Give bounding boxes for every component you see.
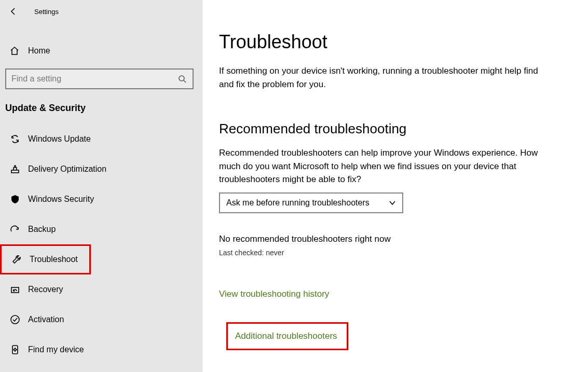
back-button[interactable]	[5, 3, 22, 20]
home-label: Home	[28, 46, 50, 56]
view-history-link[interactable]: View troubleshooting history	[219, 289, 329, 299]
home-nav[interactable]: Home	[0, 38, 202, 63]
troubleshoot-preference-dropdown[interactable]: Ask me before running troubleshooters	[219, 192, 403, 213]
status-text: No recommended troubleshooters right now	[219, 234, 567, 244]
svg-point-0	[179, 76, 184, 81]
sidebar-item-delivery-optimization[interactable]: Delivery Optimization	[0, 154, 202, 184]
sidebar-item-label: Recovery	[28, 285, 63, 294]
svg-rect-1	[11, 170, 19, 173]
arrow-left-icon	[9, 7, 18, 16]
sidebar-item-label: Backup	[28, 225, 56, 234]
svg-point-5	[14, 349, 16, 351]
sidebar-nav: Windows Update Delivery Optimization Win…	[0, 124, 202, 365]
sidebar-item-label: Windows Security	[28, 195, 94, 204]
sidebar-item-find-my-device[interactable]: Find my device	[0, 335, 202, 365]
additional-troubleshooters-link[interactable]: Additional troubleshooters	[235, 331, 337, 341]
sidebar-item-label: Windows Update	[28, 134, 91, 144]
search-icon	[178, 75, 187, 83]
sidebar-item-label: Find my device	[28, 345, 84, 354]
title-bar: Settings	[0, 2, 202, 21]
sync-icon	[9, 134, 21, 144]
app-title: Settings	[34, 8, 59, 16]
wrench-icon	[11, 254, 22, 265]
check-circle-icon	[9, 314, 21, 325]
svg-rect-2	[11, 287, 19, 293]
sidebar-item-label: Delivery Optimization	[28, 164, 106, 174]
recovery-icon	[9, 284, 21, 295]
sidebar-item-backup[interactable]: Backup	[0, 214, 202, 244]
search-box[interactable]	[5, 68, 194, 89]
svg-point-3	[11, 315, 19, 324]
backup-icon	[9, 224, 21, 235]
main-pane: Troubleshoot If something on your device…	[202, 0, 588, 372]
location-icon	[9, 345, 21, 355]
sidebar-item-label: Troubleshoot	[30, 255, 78, 264]
status-subtext: Last checked: never	[219, 249, 567, 257]
section-title: Recommended troubleshooting	[219, 121, 567, 137]
delivery-icon	[9, 164, 21, 174]
dropdown-value: Ask me before running troubleshooters	[226, 198, 370, 208]
sidebar-item-recovery[interactable]: Recovery	[0, 274, 202, 305]
shield-icon	[9, 194, 21, 204]
home-icon	[9, 46, 21, 56]
additional-troubleshooters-highlight: Additional troubleshooters	[226, 322, 348, 350]
section-desc: Recommended troubleshooters can help imp…	[219, 146, 551, 186]
sidebar-item-troubleshoot[interactable]: Troubleshoot	[0, 244, 91, 274]
category-label: Update & Security	[5, 103, 202, 114]
sidebar-item-label: Activation	[28, 315, 64, 324]
sidebar: Settings Home Update & Security	[0, 0, 202, 372]
chevron-down-icon	[389, 199, 396, 206]
page-title: Troubleshoot	[219, 31, 567, 53]
sidebar-item-activation[interactable]: Activation	[0, 305, 202, 335]
page-intro: If something on your device isn't workin…	[219, 64, 551, 91]
sidebar-item-windows-security[interactable]: Windows Security	[0, 184, 202, 214]
sidebar-item-windows-update[interactable]: Windows Update	[0, 124, 202, 154]
search-input[interactable]	[11, 74, 178, 84]
